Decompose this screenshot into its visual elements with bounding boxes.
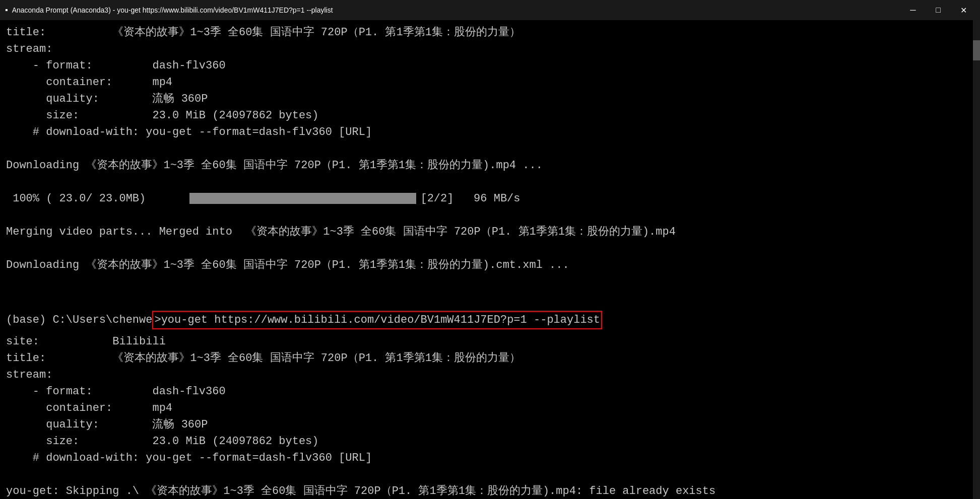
line-5: quality: 流畅 360P [6,91,974,107]
prompt-part: (base) C:\Users\chenwe [6,312,152,328]
line-stream2: stream: [6,367,974,383]
line-title2: title: 《资本的故事》1~3季 全60集 国语中字 720P（P1. 第1… [6,350,974,367]
line-size2: size: 23.0 MiB (24097862 bytes) [6,433,974,450]
maximize-button[interactable]: □ [927,3,950,18]
line-blank4 [6,290,974,307]
command-line-wrapper: (base) C:\Users\chenwe >you-get https://… [6,311,974,329]
line-blank1 [6,140,974,157]
scrollbar-thumb[interactable] [973,40,980,60]
progress-line: 100% ( 23.0/ 23.0MB) [2/2] 96 MB/s [6,174,974,224]
line-container2: container: mp4 [6,400,974,416]
title-bar-icon: ▪ [5,6,8,15]
terminal-body: title: 《资本的故事》1~3季 全60集 国语中字 720P（P1. 第1… [0,20,980,499]
line-2: stream: [6,41,974,57]
line-7: # download-with: you-get --format=dash-f… [6,124,974,140]
scrollbar[interactable] [973,20,980,499]
progress-text: 100% ( 23.0/ 23.0MB) [6,190,146,207]
progress-bar-container [150,174,416,224]
command-box: >you-get https://www.bilibili.com/video/… [152,311,602,329]
line-skipping: you-get: Skipping .\ 《资本的故事》1~3季 全60集 国语… [6,483,974,499]
line-merging: Merging video parts... Merged into 《资本的故… [6,224,974,240]
line-blank5 [6,466,974,483]
line-blank3 [6,273,974,290]
minimize-button[interactable]: ─ [901,3,925,18]
line-download-with2: # download-with: you-get --format=dash-f… [6,450,974,466]
title-bar-title: Anaconda Prompt (Anaconda3) - you-get ht… [12,6,333,14]
line-downloading1: Downloading 《资本的故事》1~3季 全60集 国语中字 720P（P… [6,157,974,174]
line-1: title: 《资本的故事》1~3季 全60集 国语中字 720P（P1. 第1… [6,24,974,41]
line-3: - format: dash-flv360 [6,57,974,74]
close-button[interactable]: ✕ [952,3,975,18]
line-downloading-cmt: Downloading 《资本的故事》1~3季 全60集 国语中字 720P（P… [6,257,974,273]
progress-stats: [2/2] 96 MB/s [420,190,520,207]
line-site: site: Bilibili [6,333,974,350]
command-text: >you-get https://www.bilibili.com/video/… [154,312,600,328]
line-blank2 [6,240,974,257]
line-quality2: quality: 流畅 360P [6,416,974,433]
title-bar: ▪ Anaconda Prompt (Anaconda3) - you-get … [0,0,980,20]
line-format2: - format: dash-flv360 [6,383,974,400]
line-6: size: 23.0 MiB (24097862 bytes) [6,107,974,124]
line-4: container: mp4 [6,74,974,91]
